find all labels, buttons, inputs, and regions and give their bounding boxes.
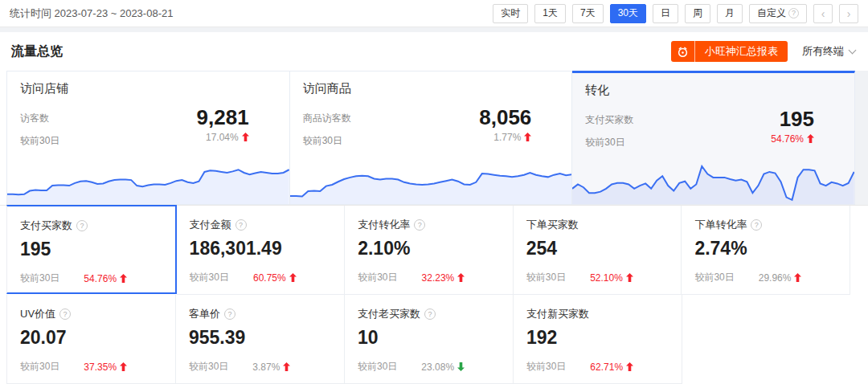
range-1day-button[interactable]: 1天	[534, 4, 566, 23]
trend-indicator: 3.87%	[252, 362, 290, 373]
help-icon: ?	[76, 220, 88, 231]
sparkline-chart	[572, 157, 854, 204]
compare-label: 较前30日	[303, 134, 351, 148]
range-30day-button[interactable]: 30天	[610, 4, 646, 23]
trend-indicator: 62.71%	[590, 362, 633, 373]
page-background-gutter	[855, 71, 868, 205]
change-percent: 3.87%	[252, 362, 280, 373]
compare-label: 较前30日	[358, 360, 397, 374]
trend-arrow-icon	[120, 362, 127, 371]
sparkline-chart	[290, 157, 572, 204]
metric-label: 客单价	[189, 307, 220, 321]
section-header: 流量总览 小旺神汇总报表 所有终端	[0, 32, 868, 71]
metric-compare-row: 较前30日 32.23%	[358, 271, 500, 284]
change-percent: 1.77%	[493, 132, 521, 143]
metric-compare-row: 较前30日 60.75%	[190, 271, 332, 284]
card-shop-visits[interactable]: 访问店铺 访客数 较前30日 9,281 17.04%	[6, 71, 290, 205]
card-conversion[interactable]: 转化 支付买家数 较前30日 195 54.76%	[572, 71, 855, 205]
metric-label-row: 客单价 ?	[189, 307, 331, 321]
metric-label: 支付老买家数	[358, 307, 420, 321]
trend-indicator: 17.04%	[197, 132, 249, 143]
metric-cell-paid-buyers[interactable]: 支付买家数 ? 195 较前30日 54.76%	[6, 205, 177, 294]
card-title: 访问商品	[303, 81, 572, 96]
metric-value: 192	[526, 327, 669, 349]
trend-indicator: 29.96%	[759, 272, 802, 284]
metric-compare-row: 较前30日 37.35%	[20, 360, 162, 374]
help-icon: ?	[59, 308, 71, 320]
trend-indicator: 54.76%	[771, 133, 814, 145]
card-labels: 访客数 较前30日	[20, 106, 59, 148]
help-icon: ?	[788, 8, 799, 18]
metric-label-row: 支付转化率 ?	[358, 218, 500, 232]
metric-value: 254	[526, 238, 669, 259]
metric-label-row: 下单买家数 ?	[526, 218, 669, 232]
range-custom-button[interactable]: 自定义 ?	[749, 4, 807, 23]
trend-indicator: 32.23%	[422, 272, 465, 284]
card-values: 9,281 17.04%	[197, 106, 289, 148]
sparkline-chart	[7, 157, 289, 204]
trend-arrow-icon	[457, 273, 465, 282]
metric-value: 195	[771, 108, 814, 131]
card-body: 访客数 较前30日 9,281 17.04%	[20, 106, 289, 148]
compare-label: 较前30日	[20, 134, 59, 148]
metric-label: 支付转化率	[358, 218, 410, 232]
summary-report-button[interactable]: 小旺神汇总报表	[671, 41, 788, 62]
range-7day-button[interactable]: 7天	[572, 4, 604, 23]
metric-label-row: 下单转化率 ?	[694, 218, 837, 232]
card-content: 转化 支付买家数 较前30日 195 54.76%	[572, 73, 854, 149]
metric-cell-avg-order-value[interactable]: 客单价 ? 955.39 较前30日 3.87%	[176, 295, 345, 384]
topbar: 统计时间 2023-07-23 ~ 2023-08-21 实时 1天 7天 30…	[0, 0, 868, 27]
stat-date-range: 统计时间 2023-07-23 ~ 2023-08-21	[10, 6, 173, 21]
card-body: 支付买家数 较前30日 195 54.76%	[585, 108, 854, 149]
change-percent: 23.08%	[421, 362, 454, 373]
metric-value: 186,301.49	[190, 238, 332, 259]
metric-cell-payment-amount[interactable]: 支付金额 ? 186,301.49 较前30日 60.75%	[177, 206, 346, 295]
metric-value: 20.07	[20, 327, 162, 349]
metric-compare-row: 较前30日 62.71%	[526, 360, 669, 374]
trend-arrow-icon	[794, 273, 801, 282]
metric-label: 下单转化率	[694, 218, 747, 232]
change-percent: 54.76%	[84, 273, 117, 284]
range-month-button[interactable]: 月	[717, 4, 743, 23]
trend-indicator: 23.08%	[421, 362, 465, 373]
card-values: 195 54.76%	[771, 108, 854, 149]
metric-label-row: 支付金额 ?	[190, 218, 332, 232]
range-custom-label: 自定义	[757, 6, 786, 20]
metric-value: 2.10%	[358, 238, 500, 259]
metric-label: 支付新买家数	[526, 307, 589, 321]
card-product-visits[interactable]: 访问商品 商品访客数 较前30日 8,056 1.77%	[290, 71, 573, 205]
range-realtime-button[interactable]: 实时	[493, 4, 528, 23]
metric-label: 支付金额	[190, 218, 231, 232]
metric-cell-returning-buyers[interactable]: 支付老买家数 ? 10 较前30日 23.08%	[345, 295, 514, 384]
metric-cell-order-buyers[interactable]: 下单买家数 ? 254 较前30日 52.10%	[514, 206, 682, 295]
terminal-selector-label: 所有终端	[802, 44, 844, 59]
range-week-button[interactable]: 周	[685, 4, 710, 23]
card-values: 8,056 1.77%	[479, 106, 571, 148]
help-icon: ?	[751, 219, 762, 231]
prev-range-button[interactable]: ‹	[813, 4, 833, 23]
trend-indicator: 37.35%	[84, 362, 127, 373]
page-title: 流量总览	[11, 43, 63, 60]
metric-cell-order-conversion[interactable]: 下单转化率 ? 2.74% 较前30日 29.96%	[682, 206, 850, 295]
next-range-button[interactable]: ›	[839, 4, 858, 23]
metric-cell-uv-value[interactable]: UV价值 ? 20.07 较前30日 37.35%	[6, 295, 176, 384]
range-day-button[interactable]: 日	[653, 4, 678, 23]
compare-label: 较前30日	[585, 136, 633, 149]
help-icon: ?	[235, 219, 247, 231]
metric-value: 195	[20, 239, 162, 260]
metric-label-row: 支付买家数 ?	[20, 219, 162, 233]
trend-arrow-icon	[524, 133, 531, 141]
trend-indicator: 60.75%	[253, 272, 297, 284]
metrics-row-1: 支付买家数 ? 195 较前30日 54.76% 支付金额 ? 186,301.…	[6, 206, 850, 295]
terminal-selector[interactable]: 所有终端	[802, 44, 855, 59]
metric-label: 下单买家数	[526, 218, 579, 232]
trend-arrow-icon	[242, 133, 249, 141]
card-content: 访问商品 商品访客数 较前30日 8,056 1.77%	[290, 71, 572, 148]
metrics-grid: 支付买家数 ? 195 较前30日 54.76% 支付金额 ? 186,301.…	[0, 205, 868, 384]
metric-cell-payment-conversion[interactable]: 支付转化率 ? 2.10% 较前30日 32.23%	[345, 206, 514, 295]
chevron-down-icon	[849, 46, 857, 54]
metric-label: UV价值	[20, 307, 55, 321]
metric-value: 10	[358, 327, 500, 349]
metric-cell-new-buyers[interactable]: 支付新买家数 ? 192 较前30日 62.71%	[514, 295, 682, 384]
change-percent: 54.76%	[771, 133, 804, 145]
